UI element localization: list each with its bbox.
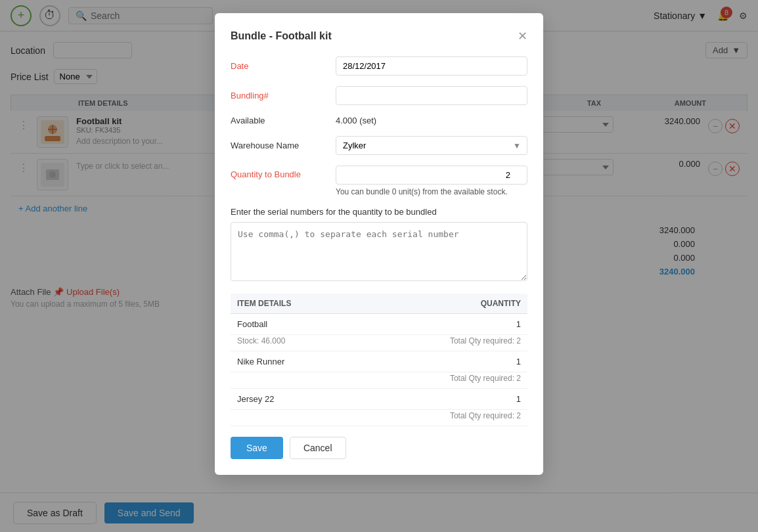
qty-input[interactable] (336, 166, 527, 185)
item-total-qty-cell: Total Qty required: 2 (363, 410, 527, 426)
available-value: 4.000 (set) (336, 116, 527, 125)
table-row: Football 1 (231, 314, 527, 335)
serial-textarea[interactable] (231, 222, 527, 281)
qty-hint: You can bundle 0 unit(s) from the availa… (336, 187, 527, 196)
warehouse-row: Warehouse Name Zylker ▼ (231, 136, 527, 155)
item-stock-cell (231, 410, 363, 426)
modal-save-button[interactable]: Save (231, 437, 283, 459)
item-stock-cell: Stock: 46.000 (231, 335, 363, 351)
bundling-row: Bundling# (231, 86, 527, 105)
serial-section: Enter the serial numbers for the quantit… (231, 207, 527, 283)
table-sub-row: Total Qty required: 2 (231, 410, 527, 426)
qty-input-section: You can bundle 0 unit(s) from the availa… (336, 166, 527, 196)
table-row: Jersey 22 1 (231, 389, 527, 410)
serial-label: Enter the serial numbers for the quantit… (231, 207, 527, 217)
warehouse-select-wrapper: Zylker ▼ (336, 136, 527, 155)
modal-header: Bundle - Football kit ✕ (231, 29, 527, 43)
item-qty-cell: 1 (363, 351, 527, 372)
modal-title: Bundle - Football kit (231, 30, 332, 42)
modal-items-table: ITEM DETAILS QUANTITY Football 1 Stock: … (231, 294, 527, 426)
modal-close-button[interactable]: ✕ (518, 29, 527, 43)
warehouse-label: Warehouse Name (231, 141, 336, 150)
available-label: Available (231, 116, 336, 125)
item-name-cell: Football (231, 314, 363, 335)
item-stock-cell (231, 372, 363, 389)
bundling-label: Bundling# (231, 91, 336, 100)
qty-row: Quantity to Bundle You can bundle 0 unit… (231, 166, 527, 196)
qty-label: Quantity to Bundle (231, 166, 336, 179)
item-total-qty-cell: Total Qty required: 2 (363, 335, 527, 351)
warehouse-select[interactable]: Zylker (336, 136, 527, 155)
date-input[interactable] (336, 56, 527, 76)
modal-overlay: Bundle - Football kit ✕ Date Bundling# A… (0, 0, 758, 493)
bundling-input[interactable] (336, 86, 527, 105)
item-details-header: ITEM DETAILS (231, 294, 363, 314)
table-sub-row: Stock: 46.000 Total Qty required: 2 (231, 335, 527, 351)
item-total-qty-cell: Total Qty required: 2 (363, 372, 527, 389)
modal-footer: Save Cancel (231, 437, 527, 459)
available-row: Available 4.000 (set) (231, 116, 527, 125)
item-name-cell: Jersey 22 (231, 389, 363, 410)
modal-cancel-button[interactable]: Cancel (290, 437, 346, 459)
item-qty-cell: 1 (363, 389, 527, 410)
quantity-header: QUANTITY (363, 294, 527, 314)
table-sub-row: Total Qty required: 2 (231, 372, 527, 389)
date-label: Date (231, 61, 336, 71)
item-qty-cell: 1 (363, 314, 527, 335)
modal-dialog: Bundle - Football kit ✕ Date Bundling# A… (215, 13, 543, 475)
table-row: Nike Runner 1 (231, 351, 527, 372)
date-row: Date (231, 56, 527, 76)
item-name-cell: Nike Runner (231, 351, 363, 372)
